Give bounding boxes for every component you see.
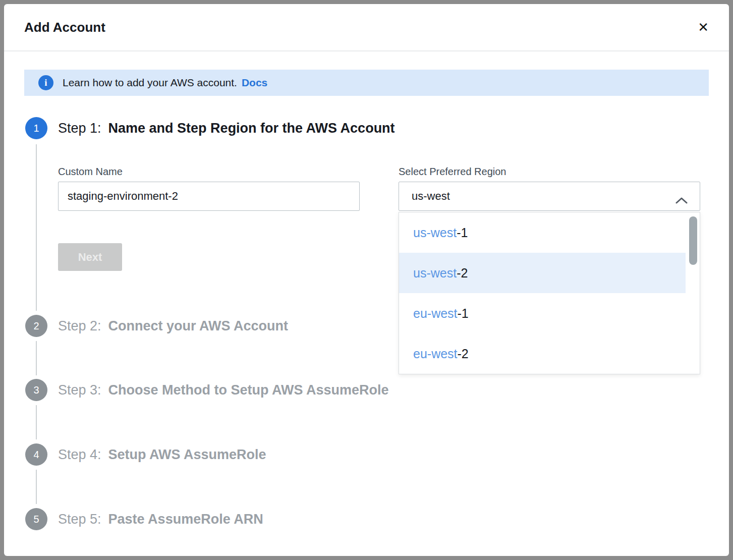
step-label: Step 1: — [58, 121, 101, 136]
step-1-header: 1 Step 1: Name and Step Region for the A… — [25, 117, 395, 139]
option-match-text: eu-west — [413, 347, 458, 361]
option-match-text: us-west — [413, 226, 457, 240]
option-rest-text: -2 — [457, 266, 468, 281]
step-2-number-badge: 2 — [25, 315, 47, 337]
step-connector — [36, 144, 37, 311]
custom-name-label: Custom Name — [58, 166, 123, 178]
option-rest-text: -1 — [458, 306, 469, 321]
step-label: Step 2: — [58, 318, 101, 334]
close-button[interactable]: ✕ — [698, 21, 709, 34]
banner-text: Learn how to add your AWS account. — [63, 77, 237, 89]
step-title: Name and Step Region for the AWS Account — [108, 121, 395, 136]
step-3-header: 3 Step 3: Choose Method to Setup AWS Ass… — [25, 379, 389, 401]
next-button[interactable]: Next — [58, 243, 122, 271]
option-match-text: eu-west — [413, 306, 458, 321]
custom-name-input[interactable] — [58, 182, 360, 211]
dropdown-option[interactable]: us-west-2 — [399, 253, 686, 293]
step-5-number-badge: 5 — [25, 508, 47, 530]
step-3-number-badge: 3 — [25, 379, 47, 401]
step-title: Choose Method to Setup AWS AssumeRole — [108, 382, 389, 398]
step-4-number-badge: 4 — [25, 443, 47, 466]
step-2-header: 2 Step 2: Connect your AWS Account — [25, 315, 288, 337]
step-connector — [36, 405, 37, 439]
step-label: Step 5: — [58, 512, 101, 527]
close-icon: ✕ — [698, 20, 709, 35]
dropdown-option[interactable]: eu-west-1 — [399, 293, 686, 333]
page-title: Add Account — [24, 20, 105, 35]
step-title: Paste AssumeRole ARN — [108, 512, 263, 527]
step-title: Setup AWS AssumeRole — [108, 447, 266, 463]
step-connector — [36, 341, 37, 375]
docs-link[interactable]: Docs — [242, 77, 267, 89]
step-label: Step 4: — [58, 447, 101, 463]
header-divider — [4, 50, 729, 51]
region-select-value: us-west — [412, 190, 450, 203]
add-account-modal: Add Account ✕ i Learn how to add your AW… — [4, 4, 729, 556]
step-label: Step 3: — [58, 382, 101, 398]
region-dropdown: us-west-1 us-west-2 eu-west-1 eu-west-2 — [399, 212, 700, 374]
info-icon: i — [38, 75, 53, 90]
step-4-header: 4 Step 4: Setup AWS AssumeRole — [25, 443, 266, 466]
region-label: Select Preferred Region — [399, 166, 506, 178]
chevron-up-icon — [675, 194, 688, 207]
scrollbar-thumb[interactable] — [689, 216, 697, 265]
step-title: Connect your AWS Account — [108, 318, 289, 334]
dropdown-option[interactable]: eu-west-2 — [399, 333, 686, 374]
region-select[interactable]: us-west — [399, 182, 700, 211]
option-match-text: us-west — [413, 266, 457, 281]
option-rest-text: -2 — [458, 347, 469, 361]
step-5-header: 5 Step 5: Paste AssumeRole ARN — [25, 508, 263, 530]
step-connector — [36, 470, 37, 504]
modal-header: Add Account ✕ — [4, 4, 729, 50]
option-rest-text: -1 — [457, 226, 468, 240]
info-banner: i Learn how to add your AWS account. Doc… — [24, 70, 709, 96]
step-1-number-badge: 1 — [25, 117, 47, 139]
dropdown-option[interactable]: us-west-1 — [399, 212, 686, 253]
